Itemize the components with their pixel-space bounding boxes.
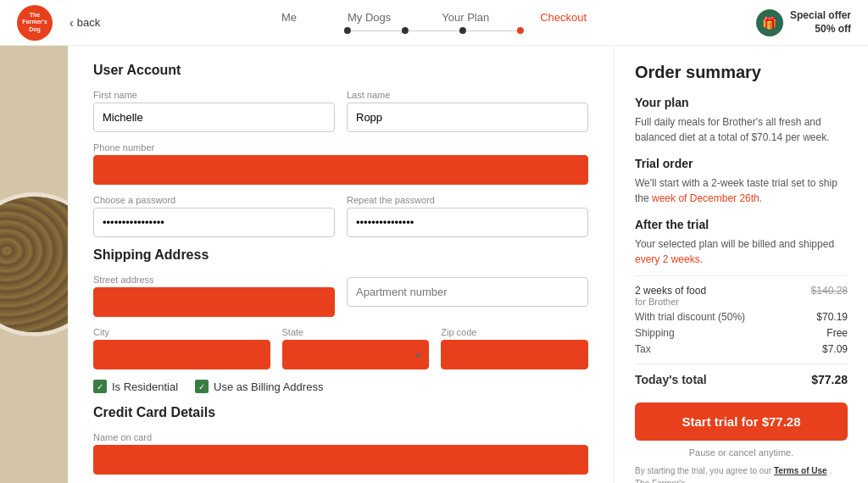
- tax-row: Tax $7.09: [635, 343, 848, 355]
- total-label: Today's total: [635, 373, 707, 386]
- special-offer: 🎁 Special offer 50% off: [756, 9, 851, 36]
- summary-divider: [635, 275, 848, 276]
- card-name-label: Name on card: [93, 432, 588, 442]
- last-name-label: Last name: [347, 90, 588, 100]
- nav-step-yourplan[interactable]: Your Plan: [442, 11, 489, 24]
- food-price-row: 2 weeks of food for Brother $140.28: [635, 285, 848, 307]
- food-texture: [0, 197, 68, 332]
- step-dot-2: [402, 27, 409, 34]
- food-item-label: 2 weeks of food: [635, 285, 706, 297]
- checkbox-billing-icon: ✓: [195, 380, 209, 393]
- tax-label: Tax: [635, 343, 651, 355]
- state-select-wrapper: ▼: [282, 340, 430, 369]
- zip-group: Zip code: [441, 327, 588, 369]
- discount-label: With trial discount (50%): [635, 311, 745, 323]
- state-group: State ▼: [282, 327, 430, 369]
- your-plan-title: Your plan: [635, 96, 848, 109]
- first-name-input[interactable]: [93, 103, 335, 132]
- nav-step-checkout[interactable]: Checkout: [540, 11, 587, 24]
- repeat-password-input[interactable]: [347, 208, 588, 237]
- header: TheFarmer'sDog ‹ back Me My Dogs Your Pl…: [0, 0, 868, 46]
- last-name-group: Last name: [347, 90, 588, 132]
- back-arrow-icon: ‹: [70, 16, 74, 30]
- back-button[interactable]: ‹ back: [70, 16, 100, 30]
- name-row: First name Last name: [93, 90, 588, 132]
- form-section: User Account First name Last name Phone …: [68, 46, 614, 483]
- terms-text: By starting the trial, you agree to our …: [635, 464, 848, 483]
- phone-label: Phone number: [93, 142, 588, 153]
- order-summary-title: Order summary: [635, 63, 848, 82]
- bowl-food: [0, 197, 68, 332]
- nav-step-me[interactable]: Me: [281, 11, 297, 24]
- is-residential-checkbox[interactable]: ✓ Is Residential: [93, 380, 178, 393]
- back-label: back: [77, 16, 100, 29]
- address-row: Street address: [93, 275, 588, 317]
- street-input[interactable]: [93, 287, 335, 317]
- nav-step-mydogs[interactable]: My Dogs: [348, 11, 391, 24]
- card-name-input[interactable]: [93, 445, 588, 475]
- apartment-input[interactable]: [347, 277, 588, 307]
- total-row: Today's total $77.28: [635, 373, 848, 386]
- user-account-title: User Account: [93, 63, 588, 78]
- use-billing-checkbox[interactable]: ✓ Use as Billing Address: [195, 380, 323, 393]
- phone-input[interactable]: [93, 155, 588, 185]
- food-bowl-image: [0, 46, 68, 483]
- is-residential-label: Is Residential: [112, 380, 178, 393]
- city-input[interactable]: [93, 340, 270, 369]
- state-select[interactable]: [282, 340, 430, 369]
- trial-ship-date: week of December 26th.: [652, 192, 762, 204]
- after-trial-desc: Your selected plan will be billed and sh…: [635, 236, 848, 267]
- password-row: Choose a password Repeat the password: [93, 195, 588, 237]
- street-label: Street address: [93, 275, 335, 285]
- city-label: City: [93, 327, 270, 337]
- food-item-labels: 2 weeks of food for Brother: [635, 285, 706, 307]
- password-input[interactable]: [93, 208, 335, 237]
- terms-link[interactable]: Terms of Use: [774, 466, 827, 475]
- use-billing-label: Use as Billing Address: [214, 380, 323, 393]
- shipping-label: Shipping: [635, 327, 675, 339]
- total-amount: $77.28: [811, 373, 848, 386]
- shipping-row: Shipping Free: [635, 327, 848, 339]
- step-dot-4: [517, 27, 524, 34]
- step-line-3: [466, 31, 517, 31]
- step-line-1: [351, 31, 402, 31]
- shipping-amount: Free: [826, 327, 848, 339]
- step-dot-3: [459, 27, 466, 34]
- logo: TheFarmer'sDog: [17, 5, 53, 41]
- nav-steps: Me My Dogs Your Plan Checkout: [281, 0, 587, 45]
- apartment-group: [347, 275, 588, 317]
- pause-text: Pause or cancel anytime.: [635, 447, 848, 458]
- last-name-input[interactable]: [347, 103, 588, 132]
- repeat-password-group: Repeat the password: [347, 195, 588, 237]
- main-content: User Account First name Last name Phone …: [0, 46, 868, 483]
- shipping-title: Shipping Address: [93, 247, 588, 263]
- checkbox-residential-icon: ✓: [93, 380, 107, 393]
- your-plan-desc: Full daily meals for Brother's all fresh…: [635, 114, 848, 145]
- phone-group: Phone number: [93, 142, 588, 185]
- trial-order-desc: We'll start with a 2-week taste trial se…: [635, 175, 848, 206]
- card-name-group: Name on card: [93, 432, 588, 475]
- food-item-sublabel: for Brother: [635, 297, 706, 307]
- first-name-label: First name: [93, 90, 335, 100]
- total-divider: [635, 364, 848, 364]
- start-trial-button[interactable]: Start trial for $77.28: [635, 402, 848, 441]
- gift-icon: 🎁: [756, 9, 783, 36]
- phone-row: Phone number: [93, 142, 588, 185]
- password-label: Choose a password: [93, 195, 335, 205]
- discount-amount: $70.19: [816, 311, 848, 323]
- first-name-group: First name: [93, 90, 335, 132]
- special-offer-text: Special offer 50% off: [790, 9, 851, 36]
- trial-order-title: Trial order: [635, 157, 848, 170]
- progress-dots: [344, 27, 524, 34]
- card-name-row: Name on card: [93, 432, 588, 475]
- city-state-zip-row: City State ▼ Zip code: [93, 327, 588, 369]
- after-trial-frequency: every 2 weeks.: [635, 253, 703, 265]
- password-group: Choose a password: [93, 195, 335, 237]
- checkboxes-row: ✓ Is Residential ✓ Use as Billing Addres…: [93, 380, 588, 393]
- repeat-password-label: Repeat the password: [347, 195, 588, 205]
- tax-amount: $7.09: [822, 343, 848, 355]
- zip-label: Zip code: [441, 327, 588, 337]
- order-summary: Order summary Your plan Full daily meals…: [614, 46, 868, 483]
- zip-input[interactable]: [441, 340, 588, 369]
- after-trial-title: After the trial: [635, 218, 848, 231]
